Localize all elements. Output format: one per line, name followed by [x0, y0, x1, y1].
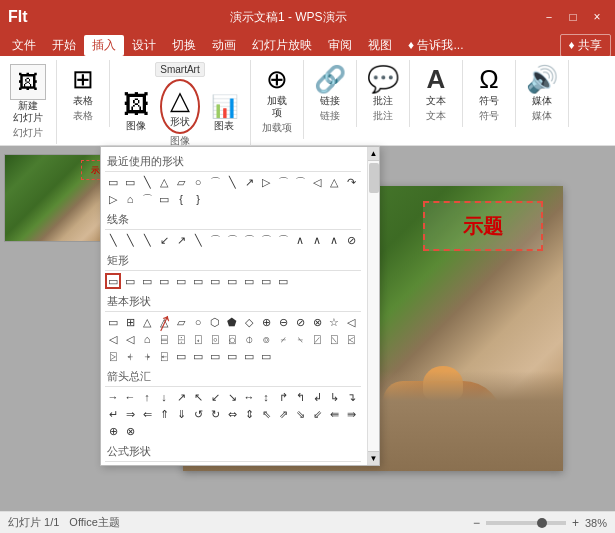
shape-wave[interactable]: ⌒	[139, 191, 155, 207]
basic29[interactable]: ⍂	[326, 331, 342, 347]
basic40[interactable]: ▭	[258, 348, 274, 364]
smartart-button[interactable]: SmartArt	[155, 62, 204, 77]
shape-rect2[interactable]: ▭	[122, 174, 138, 190]
basic22[interactable]: ⌻	[207, 331, 223, 347]
arr3[interactable]: ↑	[139, 389, 155, 405]
basic20[interactable]: ⌹	[173, 331, 189, 347]
arr26[interactable]: ⇗	[275, 406, 291, 422]
rect6[interactable]: ▭	[190, 273, 206, 289]
line5[interactable]: ↗	[173, 232, 189, 248]
arr28[interactable]: ⇙	[309, 406, 325, 422]
arr5[interactable]: ↗	[173, 389, 189, 405]
basic25[interactable]: ⌾	[258, 331, 274, 347]
shape-brace1[interactable]: {	[173, 191, 189, 207]
line2[interactable]: ╲	[122, 232, 138, 248]
menu-design[interactable]: 设计	[124, 35, 164, 56]
shape-circle[interactable]: ○	[190, 174, 206, 190]
shape-arc[interactable]: ⌒	[207, 174, 223, 190]
basic13[interactable]: ⊗	[309, 314, 325, 330]
shape-tri2[interactable]: △	[326, 174, 342, 190]
basic23[interactable]: ⌼	[224, 331, 240, 347]
scroll-thumb[interactable]	[369, 163, 379, 193]
basic12[interactable]: ⊘	[292, 314, 308, 330]
arr4[interactable]: ↓	[156, 389, 172, 405]
media-button[interactable]: 🔊 媒体	[522, 62, 562, 109]
rect4[interactable]: ▭	[156, 273, 172, 289]
shape-rect[interactable]: ▭	[105, 174, 121, 190]
rect-selected[interactable]: ▭	[105, 273, 121, 289]
basic34[interactable]: ⍇	[156, 348, 172, 364]
basic6[interactable]: ○	[190, 314, 206, 330]
arr20[interactable]: ⇓	[173, 406, 189, 422]
shape-house[interactable]: ⌂	[122, 191, 138, 207]
arr2[interactable]: ←	[122, 389, 138, 405]
image-button[interactable]: 🖼 图像	[116, 87, 156, 134]
minimize-button[interactable]: －	[539, 7, 559, 27]
basic27[interactable]: ⍀	[292, 331, 308, 347]
basic8[interactable]: ⬟	[224, 314, 240, 330]
shapes-button[interactable]: △ 形状	[160, 79, 200, 134]
line9[interactable]: ⌒	[241, 232, 257, 248]
arr8[interactable]: ↘	[224, 389, 240, 405]
maximize-button[interactable]: □	[563, 7, 583, 27]
line14[interactable]: ∧	[326, 232, 342, 248]
menu-transition[interactable]: 切换	[164, 35, 204, 56]
basic21[interactable]: ⌺	[190, 331, 206, 347]
arr27[interactable]: ⇘	[292, 406, 308, 422]
line13[interactable]: ∧	[309, 232, 325, 248]
form4[interactable]: ÷	[156, 464, 172, 466]
arr24[interactable]: ⇕	[241, 406, 257, 422]
addin-button[interactable]: ⊕ 加载项	[257, 62, 297, 121]
shape-arrow-left[interactable]: ◁	[309, 174, 325, 190]
arr22[interactable]: ↻	[207, 406, 223, 422]
rect10[interactable]: ▭	[258, 273, 274, 289]
zoom-slider[interactable]	[486, 521, 566, 525]
arr14[interactable]: ↳	[326, 389, 342, 405]
new-slide-button[interactable]: 🖼 新建幻灯片	[6, 62, 50, 126]
share-button[interactable]: ♦ 共享	[560, 34, 611, 57]
title-box[interactable]: 示题	[423, 201, 543, 251]
shape-line[interactable]: ╲	[139, 174, 155, 190]
zoom-out-button[interactable]: −	[473, 516, 480, 530]
basic16[interactable]: ◁	[105, 331, 121, 347]
zoom-in-button[interactable]: +	[572, 516, 579, 530]
scroll-down-button[interactable]: ▼	[368, 451, 379, 465]
arr29[interactable]: ⇚	[326, 406, 342, 422]
shape-arrow-tri[interactable]: ▷	[258, 174, 274, 190]
menu-file[interactable]: 文件	[4, 35, 44, 56]
shape-rect3[interactable]: ▭	[156, 191, 172, 207]
basic33[interactable]: ⍆	[139, 348, 155, 364]
basic5[interactable]: ▱	[173, 314, 189, 330]
basic14[interactable]: ☆	[326, 314, 342, 330]
basic37[interactable]: ▭	[207, 348, 223, 364]
shape-curve2[interactable]: ⌒	[292, 174, 308, 190]
arr1[interactable]: →	[105, 389, 121, 405]
shape-triangle[interactable]: △	[156, 174, 172, 190]
form1[interactable]: ＋	[105, 464, 121, 466]
basic35[interactable]: ▭	[173, 348, 189, 364]
arr17[interactable]: ⇒	[122, 406, 138, 422]
arr21[interactable]: ↺	[190, 406, 206, 422]
rect8[interactable]: ▭	[224, 273, 240, 289]
menu-insert[interactable]: 插入	[84, 35, 124, 56]
shape-brace2[interactable]: }	[190, 191, 206, 207]
line8[interactable]: ⌒	[224, 232, 240, 248]
arr16[interactable]: ↵	[105, 406, 121, 422]
rect9[interactable]: ▭	[241, 273, 257, 289]
close-button[interactable]: ×	[587, 7, 607, 27]
shape-rotate[interactable]: ↷	[343, 174, 359, 190]
arr13[interactable]: ↲	[309, 389, 325, 405]
basic9[interactable]: ◇	[241, 314, 257, 330]
rect7[interactable]: ▭	[207, 273, 223, 289]
menu-start[interactable]: 开始	[44, 35, 84, 56]
arr18[interactable]: ⇐	[139, 406, 155, 422]
basic36[interactable]: ▭	[190, 348, 206, 364]
basic28[interactable]: ⍁	[309, 331, 325, 347]
basic32[interactable]: ⍅	[122, 348, 138, 364]
basic7[interactable]: ⬡	[207, 314, 223, 330]
arr6[interactable]: ↖	[190, 389, 206, 405]
basic38[interactable]: ▭	[224, 348, 240, 364]
form2[interactable]: －	[122, 464, 138, 466]
line7[interactable]: ⌒	[207, 232, 223, 248]
chart-button[interactable]: 📊 图表	[204, 92, 244, 134]
